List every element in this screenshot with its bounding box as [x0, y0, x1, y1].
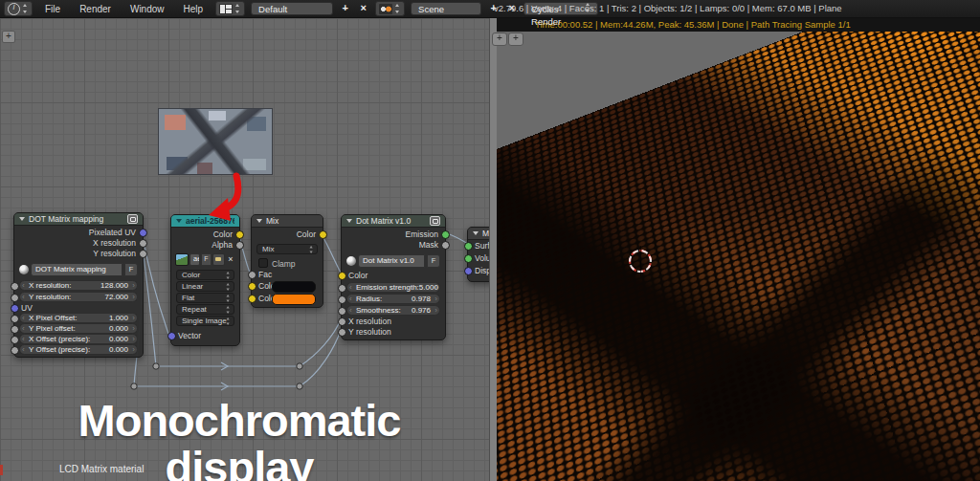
scene-icon-button[interactable] [375, 1, 405, 16]
group-name-field[interactable]: DOT Matrix mapping [31, 263, 122, 276]
color2-swatch[interactable] [272, 294, 316, 305]
socket-emission-strength-in[interactable] [338, 284, 346, 293]
node-mix[interactable]: Mix Color Mix Clamp Fac Color1 Color2 [251, 214, 323, 308]
color-space-select[interactable]: Color [176, 270, 234, 280]
node-header[interactable]: DOT Matrix mapping [14, 213, 143, 226]
socket-pixelated-uv-out[interactable] [139, 229, 147, 237]
socket-fac-in[interactable] [248, 271, 256, 279]
socket-xres-in[interactable] [11, 282, 19, 291]
region-scrollbar[interactable] [489, 18, 497, 481]
socket-smoothness-in[interactable] [338, 307, 346, 316]
socket-uv-in[interactable] [11, 304, 19, 313]
x-offset-precise-slider[interactable]: X Offset (precise): 0.000 [19, 334, 138, 344]
source-select[interactable]: Single Image [176, 316, 234, 326]
socket-alpha-out[interactable] [235, 241, 244, 250]
fake-user-button[interactable]: F [201, 253, 212, 266]
socket-radius-in[interactable] [338, 295, 346, 304]
fake-user-button[interactable]: F [427, 254, 440, 268]
socket-surface-in[interactable] [464, 242, 473, 251]
fake-user-button[interactable]: F [124, 263, 138, 276]
toolshelf-expand-button[interactable]: + [2, 31, 15, 43]
interpolation-select[interactable]: Linear [176, 281, 234, 292]
socket-color2-in[interactable] [248, 295, 256, 303]
collapse-icon[interactable] [256, 219, 262, 223]
menu-help[interactable]: Help [177, 4, 211, 14]
dropdown-arrows-icon [309, 246, 315, 253]
y-offset-precise-slider[interactable]: Y Offset (precise): 0.000 [19, 344, 138, 355]
extension-select[interactable]: Repeat [176, 304, 234, 315]
checkbox-icon[interactable] [258, 258, 268, 268]
image-name-field[interactable]: aerial [189, 253, 200, 266]
slider-value: 0.978 [412, 295, 431, 303]
socket-color-out[interactable] [319, 230, 327, 239]
node-header[interactable]: Mix [252, 215, 323, 228]
socket-xres-in[interactable] [338, 317, 346, 326]
node-group-selector[interactable]: DOT Matrix mapping F [19, 263, 138, 276]
collapse-icon[interactable] [19, 217, 25, 221]
collapse-icon[interactable] [176, 219, 182, 223]
socket-yres-in[interactable] [11, 294, 19, 302]
socket-vector-in[interactable] [167, 332, 176, 340]
reroute-node[interactable] [153, 363, 159, 369]
viewport-3d-region[interactable]: Time:00:00.52 | Mem:44.26M, Peak: 45.36M… [497, 18, 980, 481]
socket-color-in[interactable] [338, 272, 346, 280]
socket-xoffset-in[interactable] [11, 336, 19, 344]
select-value: Flat [182, 294, 194, 302]
smoothness-slider[interactable]: Smoothness: 0.976 [346, 305, 440, 316]
screen-layout-field[interactable]: Default [251, 2, 333, 15]
color-input-label: Color [348, 271, 438, 281]
node-header[interactable]: Dot Matrix v1.0 [342, 215, 445, 228]
socket-ypixeloffset-in[interactable] [11, 325, 19, 334]
x-pixel-offset-slider[interactable]: X Pixel Offset: 1.000 [19, 313, 138, 323]
socket-xres-out[interactable] [139, 239, 147, 248]
color1-swatch[interactable] [272, 281, 316, 293]
open-image-icon[interactable] [212, 253, 225, 266]
projection-select[interactable]: Flat [176, 293, 234, 303]
close-layout-button[interactable]: × [357, 2, 369, 15]
socket-yres-out[interactable] [139, 250, 147, 258]
add-layout-button[interactable]: + [339, 2, 351, 15]
xres-slider[interactable]: X resolution: 128.000 [19, 280, 138, 291]
collapse-icon[interactable] [346, 219, 352, 223]
menu-render[interactable]: Render [73, 4, 118, 14]
editor-type-selector[interactable] [4, 1, 33, 16]
node-dot-matrix-mapping[interactable]: DOT Matrix mapping Pixelated UV X resolu… [13, 212, 144, 358]
socket-yoffset-in[interactable] [11, 346, 19, 355]
node-editor-region[interactable]: Monochromatic display [0, 18, 497, 481]
radius-slider[interactable]: Radius: 0.978 [346, 294, 440, 304]
node-dot-matrix[interactable]: Dot Matrix v1.0 Emission Mask Dot Matrix… [341, 214, 446, 340]
socket-color1-in[interactable] [248, 282, 256, 291]
clamp-checkbox[interactable]: Clamp [258, 258, 316, 269]
reroute-node[interactable] [297, 383, 302, 389]
node-image-texture[interactable]: aerial-2568769.jpg Color Alpha aerial F … [170, 214, 240, 346]
socket-emission-out[interactable] [441, 230, 450, 239]
toolshelf-expand-button[interactable]: + [492, 33, 507, 46]
collapse-icon[interactable] [473, 231, 479, 235]
yres-input-label: Y resolution [348, 327, 438, 338]
blend-mode-select[interactable]: Mix [256, 244, 318, 254]
output-label: Color [258, 230, 316, 240]
yres-slider[interactable]: Y resolution: 72.000 [19, 292, 138, 302]
properties-expand-button[interactable]: + [508, 33, 523, 46]
menu-file[interactable]: File [38, 4, 67, 14]
rendered-led-display[interactable] [497, 32, 980, 481]
node-header[interactable]: aerial-2568769.jpg [171, 215, 239, 228]
socket-mask-out[interactable] [441, 241, 450, 250]
socket-volume-in[interactable] [464, 254, 473, 263]
menu-window[interactable]: Window [123, 4, 171, 14]
image-datablock-selector[interactable]: aerial F × [175, 253, 235, 266]
socket-yres-in[interactable] [338, 328, 346, 337]
socket-displacement-in[interactable] [464, 267, 473, 275]
node-group-selector[interactable]: Dot Matrix v1.0 F [346, 254, 440, 268]
reroute-node[interactable] [297, 363, 302, 369]
y-pixel-offset-slider[interactable]: Y Pixel offset: 0.000 [19, 323, 138, 334]
scene-field[interactable]: Scene [411, 2, 481, 15]
screen-layout-icon-button[interactable] [215, 1, 245, 16]
socket-xpixeloffset-in[interactable] [11, 315, 19, 323]
select-value: Linear [182, 282, 203, 291]
group-name-field[interactable]: Dot Matrix v1.0 [358, 254, 425, 268]
emission-strength-slider[interactable]: Emission strength: 5.000 [346, 282, 440, 293]
socket-color-out[interactable] [235, 230, 244, 239]
reroute-node[interactable] [131, 383, 137, 389]
unlink-icon[interactable]: × [226, 254, 235, 265]
